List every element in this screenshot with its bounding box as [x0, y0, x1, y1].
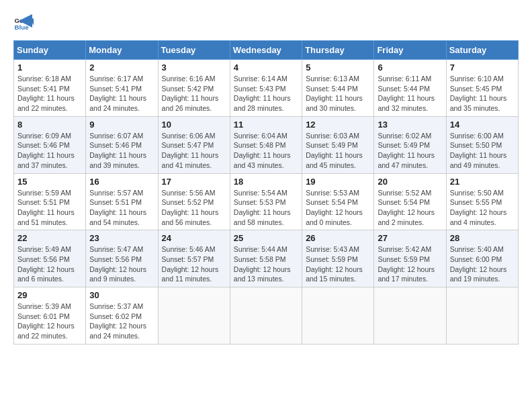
calendar-cell: 25Sunrise: 5:44 AMSunset: 5:58 PMDayligh… [230, 230, 302, 287]
day-info: Sunrise: 6:17 AMSunset: 5:41 PMDaylight:… [89, 74, 154, 113]
calendar-cell: 19Sunrise: 5:53 AMSunset: 5:54 PMDayligh… [302, 173, 374, 230]
day-info: Sunrise: 5:49 AMSunset: 5:56 PMDaylight:… [17, 244, 82, 284]
calendar-cell [446, 287, 518, 345]
calendar-cell: 22Sunrise: 5:49 AMSunset: 5:56 PMDayligh… [14, 230, 86, 287]
calendar-cell [158, 287, 230, 345]
calendar-cell: 7Sunrise: 6:10 AMSunset: 5:45 PMDaylight… [446, 60, 518, 117]
calendar-cell: 5Sunrise: 6:13 AMSunset: 5:44 PMDaylight… [302, 60, 374, 117]
day-info: Sunrise: 6:06 AMSunset: 5:47 PMDaylight:… [162, 131, 226, 171]
calendar-cell: 26Sunrise: 5:43 AMSunset: 5:59 PMDayligh… [302, 230, 374, 287]
calendar-cell: 29Sunrise: 5:39 AMSunset: 6:01 PMDayligh… [14, 287, 86, 345]
day-number: 9 [89, 120, 154, 130]
calendar-cell: 24Sunrise: 5:46 AMSunset: 5:57 PMDayligh… [158, 230, 230, 287]
calendar-cell: 20Sunrise: 5:52 AMSunset: 5:54 PMDayligh… [374, 173, 446, 230]
calendar-cell: 3Sunrise: 6:16 AMSunset: 5:42 PMDaylight… [158, 60, 230, 117]
day-info: Sunrise: 6:02 AMSunset: 5:49 PMDaylight:… [378, 131, 442, 171]
day-number: 27 [378, 233, 442, 243]
calendar-cell: 17Sunrise: 5:56 AMSunset: 5:52 PMDayligh… [158, 173, 230, 230]
calendar-cell: 4Sunrise: 6:14 AMSunset: 5:43 PMDaylight… [230, 60, 302, 117]
day-info: Sunrise: 5:40 AMSunset: 6:00 PMDaylight:… [450, 244, 515, 284]
calendar: SundayMondayTuesdayWednesdayThursdayFrid… [13, 40, 519, 345]
header: General Blue [13, 13, 519, 34]
weekday-header: Wednesday [230, 41, 302, 60]
day-info: Sunrise: 5:39 AMSunset: 6:01 PMDaylight:… [17, 302, 82, 341]
calendar-week-row: 8Sunrise: 6:09 AMSunset: 5:46 PMDaylight… [14, 116, 519, 173]
day-number: 4 [234, 62, 298, 73]
day-info: Sunrise: 6:07 AMSunset: 5:46 PMDaylight:… [89, 131, 154, 171]
day-info: Sunrise: 5:43 AMSunset: 5:59 PMDaylight:… [306, 244, 370, 284]
day-number: 24 [162, 233, 226, 243]
calendar-cell: 21Sunrise: 5:50 AMSunset: 5:55 PMDayligh… [446, 173, 518, 230]
weekday-header: Saturday [446, 41, 518, 60]
day-info: Sunrise: 6:10 AMSunset: 5:45 PMDaylight:… [450, 74, 515, 113]
calendar-cell: 30Sunrise: 5:37 AMSunset: 6:02 PMDayligh… [86, 287, 158, 345]
day-info: Sunrise: 5:46 AMSunset: 5:57 PMDaylight:… [162, 244, 226, 284]
weekday-header: Monday [86, 41, 158, 60]
calendar-cell: 6Sunrise: 6:11 AMSunset: 5:44 PMDaylight… [374, 60, 446, 117]
calendar-cell: 14Sunrise: 6:00 AMSunset: 5:50 PMDayligh… [446, 116, 518, 173]
calendar-cell: 13Sunrise: 6:02 AMSunset: 5:49 PMDayligh… [374, 116, 446, 173]
day-info: Sunrise: 6:14 AMSunset: 5:43 PMDaylight:… [234, 74, 298, 113]
logo: General Blue [13, 13, 32, 34]
day-info: Sunrise: 6:16 AMSunset: 5:42 PMDaylight:… [162, 74, 226, 113]
day-number: 25 [234, 233, 298, 243]
day-number: 15 [17, 177, 82, 187]
day-number: 23 [89, 233, 154, 243]
day-number: 8 [17, 120, 82, 130]
calendar-cell: 27Sunrise: 5:42 AMSunset: 5:59 PMDayligh… [374, 230, 446, 287]
day-number: 18 [234, 177, 298, 187]
calendar-cell: 12Sunrise: 6:03 AMSunset: 5:49 PMDayligh… [302, 116, 374, 173]
day-info: Sunrise: 5:37 AMSunset: 6:02 PMDaylight:… [89, 302, 154, 341]
weekday-header: Thursday [302, 41, 374, 60]
calendar-cell: 28Sunrise: 5:40 AMSunset: 6:00 PMDayligh… [446, 230, 518, 287]
day-info: Sunrise: 5:59 AMSunset: 5:51 PMDaylight:… [17, 188, 82, 228]
weekday-header: Tuesday [158, 41, 230, 60]
day-number: 19 [306, 177, 370, 187]
day-info: Sunrise: 5:57 AMSunset: 5:51 PMDaylight:… [89, 188, 154, 228]
day-number: 5 [306, 62, 370, 73]
day-info: Sunrise: 5:56 AMSunset: 5:52 PMDaylight:… [162, 188, 226, 228]
day-number: 30 [89, 290, 154, 300]
svg-marker-3 [19, 14, 32, 28]
calendar-cell [230, 287, 302, 345]
day-number: 12 [306, 120, 370, 130]
calendar-week-row: 15Sunrise: 5:59 AMSunset: 5:51 PMDayligh… [14, 173, 519, 230]
day-info: Sunrise: 6:18 AMSunset: 5:41 PMDaylight:… [17, 74, 82, 113]
day-info: Sunrise: 5:42 AMSunset: 5:59 PMDaylight:… [378, 244, 442, 284]
day-number: 29 [17, 290, 82, 300]
calendar-cell [374, 287, 446, 345]
calendar-cell: 18Sunrise: 5:54 AMSunset: 5:53 PMDayligh… [230, 173, 302, 230]
day-info: Sunrise: 5:47 AMSunset: 5:56 PMDaylight:… [89, 244, 154, 284]
calendar-week-row: 1Sunrise: 6:18 AMSunset: 5:41 PMDaylight… [14, 60, 519, 117]
day-number: 10 [162, 120, 226, 130]
day-number: 7 [450, 62, 515, 73]
day-info: Sunrise: 6:11 AMSunset: 5:44 PMDaylight:… [378, 74, 442, 113]
calendar-cell: 9Sunrise: 6:07 AMSunset: 5:46 PMDaylight… [86, 116, 158, 173]
day-info: Sunrise: 6:09 AMSunset: 5:46 PMDaylight:… [17, 131, 82, 171]
day-info: Sunrise: 6:04 AMSunset: 5:48 PMDaylight:… [234, 131, 298, 171]
day-number: 11 [234, 120, 298, 130]
calendar-week-row: 29Sunrise: 5:39 AMSunset: 6:01 PMDayligh… [14, 287, 519, 345]
day-number: 26 [306, 233, 370, 243]
day-info: Sunrise: 6:13 AMSunset: 5:44 PMDaylight:… [306, 74, 370, 113]
calendar-cell: 23Sunrise: 5:47 AMSunset: 5:56 PMDayligh… [86, 230, 158, 287]
day-number: 1 [17, 62, 82, 73]
logo-arrow-icon [19, 14, 32, 28]
day-number: 13 [378, 120, 442, 130]
calendar-week-row: 22Sunrise: 5:49 AMSunset: 5:56 PMDayligh… [14, 230, 519, 287]
day-number: 28 [450, 233, 515, 243]
calendar-cell: 1Sunrise: 6:18 AMSunset: 5:41 PMDaylight… [14, 60, 86, 117]
day-info: Sunrise: 5:52 AMSunset: 5:54 PMDaylight:… [378, 188, 442, 228]
calendar-cell: 11Sunrise: 6:04 AMSunset: 5:48 PMDayligh… [230, 116, 302, 173]
day-number: 6 [378, 62, 442, 73]
day-number: 2 [89, 62, 154, 73]
weekday-header: Sunday [14, 41, 86, 60]
day-number: 3 [162, 62, 226, 73]
day-number: 17 [162, 177, 226, 187]
day-info: Sunrise: 6:00 AMSunset: 5:50 PMDaylight:… [450, 131, 515, 171]
day-number: 20 [378, 177, 442, 187]
day-info: Sunrise: 5:50 AMSunset: 5:55 PMDaylight:… [450, 188, 515, 228]
calendar-cell: 8Sunrise: 6:09 AMSunset: 5:46 PMDaylight… [14, 116, 86, 173]
day-info: Sunrise: 5:44 AMSunset: 5:58 PMDaylight:… [234, 244, 298, 284]
day-info: Sunrise: 5:54 AMSunset: 5:53 PMDaylight:… [234, 188, 298, 228]
